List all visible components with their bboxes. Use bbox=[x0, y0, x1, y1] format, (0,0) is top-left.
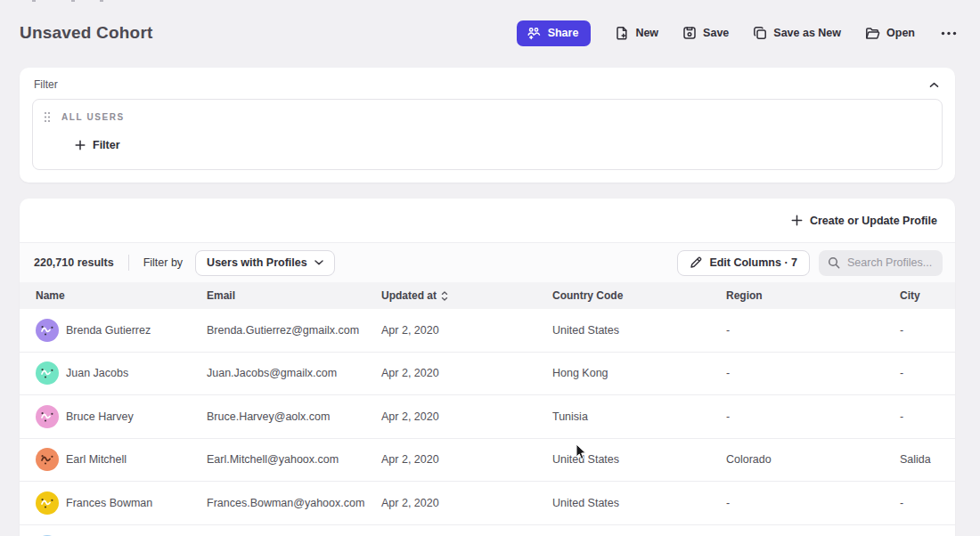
pencil-icon bbox=[690, 256, 702, 269]
plus-icon bbox=[791, 215, 803, 226]
drag-handle-icon[interactable] bbox=[44, 111, 51, 123]
new-button-label: New bbox=[635, 27, 658, 39]
edit-columns-button[interactable]: Edit Columns · 7 bbox=[677, 250, 810, 276]
sort-icon bbox=[441, 291, 448, 301]
folder-icon bbox=[865, 27, 880, 40]
open-button[interactable]: Open bbox=[865, 27, 915, 40]
collapse-filter-button[interactable] bbox=[927, 80, 941, 90]
column-header-email[interactable]: Email bbox=[207, 289, 381, 302]
search-profiles-input[interactable] bbox=[847, 256, 934, 269]
save-as-new-button[interactable]: Save as New bbox=[753, 26, 841, 40]
results-toolbar: 220,710 results Filter by Users with Pro… bbox=[20, 242, 955, 282]
avatar bbox=[36, 361, 59, 385]
table-row[interactable]: Bruce Harvey Bruce.Harvey@aolx.com Apr 2… bbox=[20, 395, 955, 439]
chevron-up-icon bbox=[929, 82, 939, 88]
filter-by-label: Filter by bbox=[143, 256, 183, 269]
table-row[interactable]: Juan Jacobs Juan.Jacobs@gmailx.com Apr 2… bbox=[20, 353, 955, 396]
save-button-label: Save bbox=[703, 27, 729, 39]
ellipsis-icon bbox=[941, 31, 957, 36]
column-header-city[interactable]: City bbox=[900, 289, 955, 302]
save-icon bbox=[682, 26, 697, 40]
profile-type-dropdown-value: Users with Profiles bbox=[207, 256, 307, 269]
column-header-region[interactable]: Region bbox=[726, 289, 900, 302]
header-actions: Share New Save bbox=[517, 20, 959, 46]
table-row[interactable]: Earl Mitchell Earl.Mitchell@yahoox.com A… bbox=[20, 439, 955, 483]
table-row[interactable]: Brenda Gutierrez Brenda.Gutierrez@gmailx… bbox=[20, 309, 955, 353]
add-filter-label: Filter bbox=[93, 139, 120, 151]
divider bbox=[128, 255, 129, 271]
more-options-button[interactable] bbox=[939, 29, 959, 37]
results-count: 220,710 results bbox=[34, 256, 114, 269]
filter-group: ALL USERS Filter bbox=[32, 99, 943, 170]
save-as-new-button-label: Save as New bbox=[773, 27, 841, 39]
plus-icon bbox=[75, 140, 86, 150]
results-panel: Create or Update Profile 220,710 results… bbox=[20, 199, 955, 536]
column-header-name[interactable]: Name bbox=[36, 289, 207, 302]
share-button-label: Share bbox=[548, 27, 579, 39]
copy-icon bbox=[753, 26, 767, 40]
filter-panel-title: Filter bbox=[34, 78, 58, 91]
profile-type-dropdown[interactable]: Users with Profiles bbox=[195, 250, 335, 276]
column-header-country-code[interactable]: Country Code bbox=[552, 289, 726, 302]
table-row[interactable]: Frances Bowman Frances.Bowman@yahoox.com… bbox=[20, 482, 955, 525]
save-button[interactable]: Save bbox=[682, 26, 729, 40]
create-or-update-profile-button[interactable]: Create or Update Profile bbox=[791, 215, 937, 227]
create-or-update-profile-label: Create or Update Profile bbox=[810, 215, 937, 227]
avatar bbox=[36, 405, 59, 428]
avatar bbox=[36, 448, 59, 471]
clipped-top-text bbox=[0, 0, 980, 3]
open-button-label: Open bbox=[886, 27, 915, 39]
chevron-down-icon bbox=[314, 260, 323, 265]
new-file-icon bbox=[615, 26, 629, 41]
share-button[interactable]: Share bbox=[517, 20, 592, 46]
filter-panel: Filter ALL USERS Filter bbox=[20, 68, 955, 183]
new-button[interactable]: New bbox=[615, 26, 658, 41]
table-header: Name Email Updated at Country Code Regio… bbox=[20, 282, 955, 309]
avatar bbox=[36, 319, 59, 342]
search-icon bbox=[828, 256, 840, 269]
add-filter-button[interactable]: Filter bbox=[75, 139, 120, 151]
search-profiles-box bbox=[819, 250, 943, 276]
table-row[interactable] bbox=[20, 525, 955, 536]
share-users-icon bbox=[527, 27, 541, 40]
header-bar: Unsaved Cohort Share New bbox=[0, 0, 980, 52]
avatar bbox=[36, 491, 59, 515]
edit-columns-label: Edit Columns · 7 bbox=[709, 256, 797, 269]
column-header-updated-at[interactable]: Updated at bbox=[381, 289, 552, 302]
all-users-label: ALL USERS bbox=[61, 112, 125, 122]
page-title: Unsaved Cohort bbox=[20, 23, 153, 43]
